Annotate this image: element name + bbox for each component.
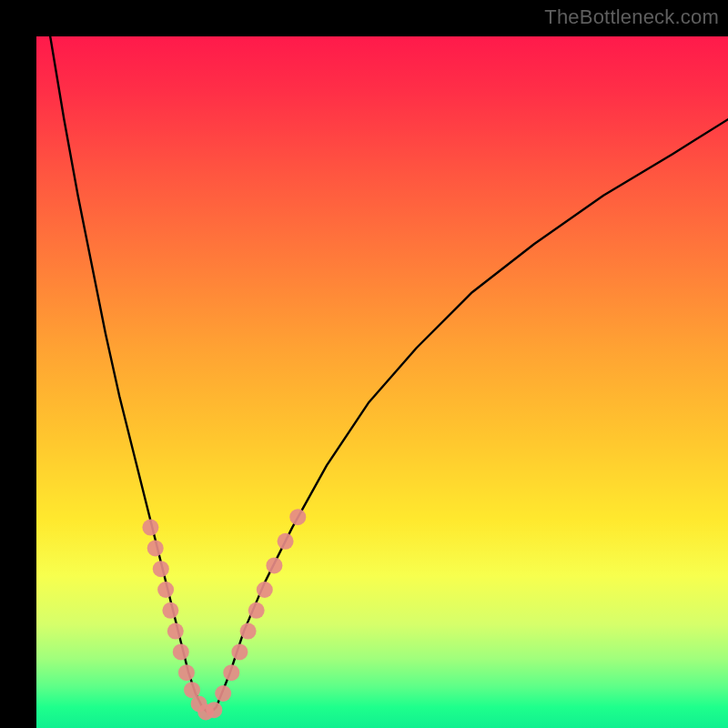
data-marker: [157, 581, 174, 598]
data-marker: [206, 702, 222, 718]
plot-area: [36, 36, 728, 728]
data-marker: [240, 623, 257, 640]
data-marker: [248, 602, 265, 619]
curve-overlay: [36, 36, 728, 728]
data-marker: [147, 540, 164, 556]
data-marker: [142, 520, 158, 536]
data-marker: [215, 685, 231, 702]
data-marker: [173, 643, 189, 660]
watermark-text: TheBottleneck.com: [544, 5, 719, 29]
data-marker: [153, 561, 169, 577]
chart-frame: TheBottleneck.com: [0, 0, 728, 728]
data-marker: [162, 602, 178, 619]
data-marker: [223, 664, 239, 681]
data-marker: [257, 581, 273, 598]
data-marker: [289, 509, 306, 525]
data-marker: [178, 664, 195, 681]
data-marker: [231, 643, 248, 660]
data-marker: [278, 533, 294, 550]
data-marker: [266, 557, 282, 573]
data-marker: [167, 623, 184, 640]
bottleneck-curve: [50, 36, 728, 714]
